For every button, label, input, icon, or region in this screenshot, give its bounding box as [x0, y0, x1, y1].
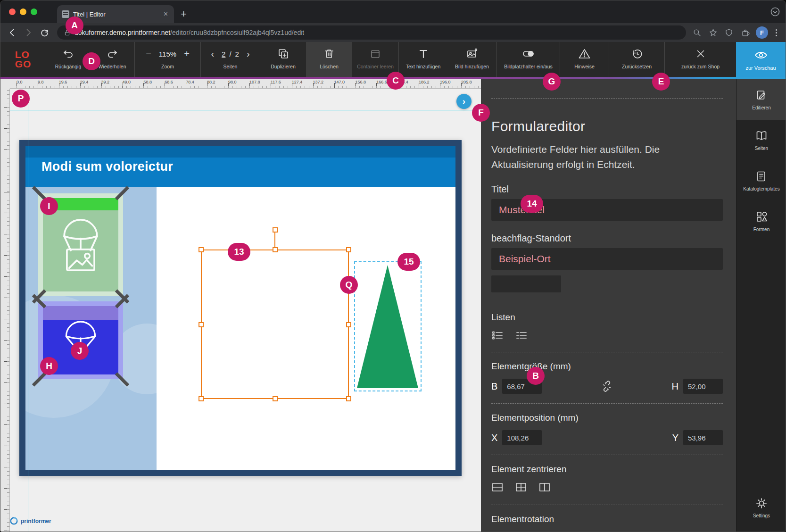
triangle-shape-element[interactable]: [354, 261, 422, 391]
ruler-label: 98.0: [228, 80, 237, 84]
back-button[interactable]: [5, 25, 19, 40]
duplicate-button[interactable]: Duplizieren: [260, 42, 306, 77]
dash-list-icon[interactable]: [515, 329, 528, 341]
empty-container-button: Container leeren: [352, 42, 398, 77]
selected-element-frame[interactable]: [201, 249, 349, 399]
bookmark-star-icon[interactable]: [708, 27, 718, 38]
add-image-label: Bild hinzufügen: [455, 64, 489, 69]
rotation-handle[interactable]: [273, 227, 278, 233]
url-bar[interactable]: dokuformer.demo.printformer.net/editor/c…: [57, 25, 686, 40]
close-window-button[interactable]: [9, 8, 16, 15]
resize-handle-n[interactable]: [273, 247, 278, 252]
trash-icon: [323, 47, 335, 60]
resize-handle-w[interactable]: [199, 322, 204, 327]
logo-line2: GO: [15, 59, 32, 69]
add-text-label: Text hinzufügen: [406, 64, 441, 69]
y-position-input[interactable]: [683, 430, 723, 445]
center-vertical-icon[interactable]: [538, 481, 551, 493]
image-placeholder-blue[interactable]: [38, 301, 123, 379]
zoom-label: Zoom: [161, 64, 174, 69]
ruler-label: 117.6: [271, 80, 281, 84]
browser-menu-icon[interactable]: [774, 27, 779, 38]
rail-item-settings[interactable]: Settings: [736, 487, 786, 528]
tab-close-icon[interactable]: ×: [162, 10, 169, 18]
height-label: H: [672, 381, 678, 392]
broken-link-icon[interactable]: [601, 380, 613, 392]
side-rail: Editieren Seiten Katalogtemplates Formen: [736, 79, 786, 532]
height-input[interactable]: [683, 379, 723, 394]
prev-page-button[interactable]: ‹: [209, 49, 216, 59]
app-logo: LOGO: [0, 42, 46, 77]
reload-button[interactable]: [37, 25, 51, 40]
ruler-label: 137.2: [313, 80, 324, 84]
maximize-window-button[interactable]: [31, 8, 37, 15]
canvas-area: 0.09.819.629.439.249.058.868.678.488.298…: [0, 79, 481, 532]
minimize-window-button[interactable]: [20, 8, 26, 15]
resize-handle-nw[interactable]: [199, 247, 204, 252]
resize-handle-e[interactable]: [346, 322, 351, 327]
zoom-out-button[interactable]: −: [144, 49, 153, 59]
tab-favicon-icon: [62, 10, 69, 18]
eye-icon: [754, 49, 768, 62]
redo-button[interactable]: Wiederholen: [90, 42, 134, 77]
width-label: B: [491, 381, 497, 392]
resize-handle-sw[interactable]: [199, 396, 204, 401]
bullet-list-icon[interactable]: [491, 329, 504, 341]
empty-container-label: Container leeren: [357, 64, 394, 69]
center-horizontal-icon[interactable]: [491, 481, 504, 493]
reset-icon: [631, 47, 643, 60]
vertical-ruler: [0, 79, 10, 532]
dashed-separator: [491, 98, 723, 99]
tab-strip: Titel | Editor × +: [0, 0, 786, 23]
triangle-shape: [356, 264, 420, 390]
next-page-button[interactable]: ›: [245, 49, 252, 59]
new-tab-button[interactable]: +: [174, 5, 193, 23]
canvas-next-page-button[interactable]: ›: [456, 94, 472, 109]
toggle-placeholders-button[interactable]: Bildplatzhalter ein/aus: [496, 42, 560, 77]
forward-button[interactable]: [21, 25, 35, 40]
element-size-heading: Elementgröße (mm): [491, 361, 723, 372]
undo-button[interactable]: Rückgängig: [46, 42, 90, 77]
empty-field[interactable]: [491, 275, 561, 292]
zoom-in-button[interactable]: +: [182, 49, 191, 59]
resize-handle-ne[interactable]: [346, 247, 351, 252]
location-field-input[interactable]: [491, 248, 723, 270]
ruler-label: 0.0: [17, 80, 23, 84]
parachute-image-icon: [55, 216, 106, 277]
rail-label: Katalogtemplates: [743, 186, 779, 191]
extensions-puzzle-icon[interactable]: [740, 27, 750, 38]
width-input[interactable]: [502, 379, 542, 394]
add-image-button[interactable]: Bild hinzufügen: [447, 42, 496, 77]
resize-handle-se[interactable]: [346, 396, 351, 401]
center-both-icon[interactable]: [515, 481, 527, 493]
reset-button[interactable]: Zurücksetzen: [609, 42, 664, 77]
shield-icon[interactable]: [724, 27, 734, 38]
preview-button[interactable]: zur Vorschau: [736, 42, 786, 77]
delete-button[interactable]: Löschen: [306, 42, 352, 77]
profile-avatar[interactable]: F: [756, 26, 768, 39]
zoom-search-icon[interactable]: [692, 27, 702, 38]
tab-search-icon[interactable]: [770, 7, 780, 17]
rail-item-editieren[interactable]: Editieren: [736, 79, 786, 120]
resize-handle-s[interactable]: [273, 396, 278, 401]
ruler-label: 127.4: [292, 80, 303, 84]
image-placeholder-green[interactable]: [38, 193, 123, 296]
x-position-input[interactable]: [502, 430, 542, 445]
rail-item-seiten[interactable]: Seiten: [736, 120, 786, 160]
duplicate-label: Duplizieren: [271, 64, 296, 69]
location-field-label: beachflag-Standort: [491, 233, 723, 244]
rail-item-katalogtemplates[interactable]: Katalogtemplates: [736, 160, 786, 201]
hints-button[interactable]: Hinweise: [560, 42, 609, 77]
add-text-button[interactable]: Text hinzufügen: [398, 42, 447, 77]
placeholder-header-band: [43, 306, 118, 320]
redo-label: Wiederholen: [99, 64, 126, 69]
panel-description: Vordefinierte Felder hier ausfüllen. Die…: [491, 142, 723, 172]
ruler-label: 196.0: [440, 80, 451, 84]
page-header-bar: Modi sum voloreictur: [25, 146, 455, 187]
browser-tab[interactable]: Titel | Editor ×: [57, 5, 174, 23]
rail-item-formen[interactable]: Formen: [736, 201, 786, 241]
back-to-shop-button[interactable]: zurück zum Shop: [664, 42, 736, 77]
current-page[interactable]: 2: [222, 50, 225, 58]
title-field-input[interactable]: [491, 199, 723, 221]
ruler-label: 19.6: [59, 80, 67, 84]
